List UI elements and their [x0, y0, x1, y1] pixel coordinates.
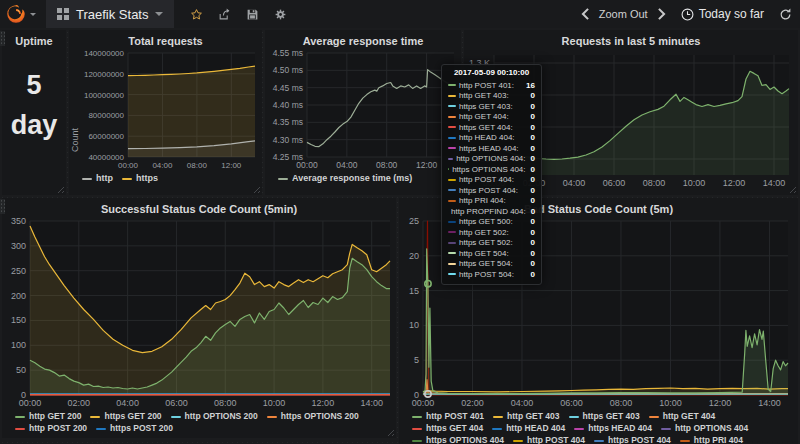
- svg-text:04:00: 04:00: [116, 398, 139, 408]
- series-color-dash: [448, 231, 456, 233]
- legend-item[interactable]: http OPTIONS 200: [171, 411, 258, 422]
- panel-title[interactable]: Requests in last 5 minutes: [464, 30, 798, 49]
- tooltip-row: http PROPFIND 404:0: [448, 206, 535, 217]
- tooltip-series-label: http GET 404:: [459, 112, 526, 121]
- panel-title[interactable]: Average response time: [265, 30, 461, 49]
- series-color-dash: [267, 416, 277, 418]
- legend-item[interactable]: https OPTIONS 404: [412, 435, 504, 444]
- legend-item[interactable]: https GET 200: [90, 411, 161, 422]
- legend-item[interactable]: http POST 401: [412, 411, 484, 422]
- tooltip-row: https POST 404:0: [448, 185, 535, 196]
- svg-text:04:00: 04:00: [563, 178, 586, 188]
- grafana-main-menu[interactable]: [6, 4, 36, 24]
- settings-button[interactable]: [274, 8, 287, 21]
- panel-average-response-time: Average response time 4.25 ms4.30 ms4.35…: [265, 30, 461, 195]
- panel-title[interactable]: Total requests: [69, 30, 262, 49]
- legend-item[interactable]: http HEAD 404: [492, 423, 565, 434]
- legend-item[interactable]: http GET 403: [493, 411, 559, 422]
- tooltip-row: http GET 502:0: [448, 227, 535, 238]
- legend-item[interactable]: https GET 403: [569, 411, 640, 422]
- legend-item[interactable]: http GET 404: [649, 411, 715, 422]
- dashboard-title: Traefik Stats: [76, 7, 148, 22]
- time-range-picker[interactable]: Today so far: [681, 7, 764, 21]
- tooltip-row: http HEAD 404:0: [448, 133, 535, 144]
- legend-item[interactable]: http GET 200: [15, 411, 81, 422]
- legend-item[interactable]: https OPTIONS 200: [267, 411, 359, 422]
- svg-text:15: 15: [409, 286, 419, 296]
- series-color-dash: [448, 95, 456, 97]
- tooltip-series-label: http PRI 404:: [459, 196, 526, 205]
- legend-label: http OPTIONS 404: [675, 423, 748, 434]
- share-button[interactable]: [218, 8, 231, 21]
- tooltip-series-value: 0: [531, 228, 535, 237]
- legend-item[interactable]: https HEAD 404: [574, 423, 652, 434]
- star-button[interactable]: [190, 8, 203, 21]
- tooltip-series-label: http PROPFIND 404:: [451, 207, 526, 216]
- tooltip-series-label: http GET 403:: [459, 91, 526, 100]
- tooltip-series-value: 0: [531, 91, 535, 100]
- time-back-button[interactable]: [581, 8, 590, 20]
- legend-item[interactable]: https: [122, 173, 158, 184]
- tooltip-row: http POST 404:0: [448, 175, 535, 186]
- total-requests-chart[interactable]: 4000000060000000800000001000000001200000…: [71, 49, 261, 171]
- series-color-dash: [569, 416, 579, 418]
- series-color-dash: [493, 416, 503, 418]
- row-drag-handle[interactable]: [0, 31, 5, 46]
- legend-item[interactable]: http PRI 404: [680, 435, 743, 444]
- legend-item[interactable]: https GET 404: [412, 423, 483, 434]
- tooltip-row: https GET 404:0: [448, 122, 535, 133]
- save-button[interactable]: [246, 8, 259, 21]
- tooltip-series-label: https POST 404:: [459, 186, 526, 195]
- legend-label: Average response time (ms): [292, 173, 412, 184]
- series-color-dash: [448, 168, 449, 170]
- tooltip-series-value: 0: [531, 196, 535, 205]
- uptime-value: 5 day: [2, 49, 66, 161]
- svg-text:4.40 ms: 4.40 ms: [273, 100, 303, 110]
- series-color-dash: [448, 273, 456, 275]
- svg-text:04:00: 04:00: [511, 398, 534, 408]
- tooltip-series-value: 0: [531, 217, 535, 226]
- svg-text:08:00: 08:00: [187, 161, 208, 170]
- series-color-dash: [171, 416, 181, 418]
- refresh-button[interactable]: [779, 8, 792, 21]
- tooltip-series-value: 0: [531, 175, 535, 184]
- successful-status-codes-chart[interactable]: 05010015020025030035000:0002:0004:0006:0…: [4, 217, 396, 409]
- series-color-dash: [448, 189, 456, 191]
- legend-item[interactable]: https POST 200: [96, 423, 173, 434]
- svg-text:150: 150: [11, 315, 26, 325]
- row-drag-handle[interactable]: [0, 199, 5, 214]
- zoom-out-button[interactable]: Zoom Out: [599, 8, 648, 20]
- chart-legend: http GET 200https GET 200http OPTIONS 20…: [2, 409, 396, 434]
- tooltip-series-label: https GET 500:: [459, 217, 526, 226]
- legend-label: https GET 403: [583, 411, 640, 422]
- svg-text:14:00: 14:00: [360, 398, 383, 408]
- legend-item[interactable]: http: [82, 173, 113, 184]
- legend-label: http PRI 404: [694, 435, 743, 444]
- panel-title[interactable]: Successful Status Code Count (5min): [2, 198, 396, 217]
- tooltip-series-label: http GET 504:: [459, 249, 526, 258]
- series-color-dash: [448, 137, 456, 139]
- panel-resize-handle[interactable]: [57, 186, 64, 193]
- svg-text:12:00: 12:00: [312, 398, 335, 408]
- dashboard-row-top: Uptime 5 day Total requests Count 400000…: [2, 30, 798, 195]
- average-response-time-chart[interactable]: 4.25 ms4.30 ms4.35 ms4.40 ms4.45 ms4.50 …: [267, 49, 461, 171]
- tooltip-row: http POST 401:16: [448, 80, 535, 91]
- series-color-dash: [96, 428, 106, 430]
- svg-text:80000000: 80000000: [88, 111, 124, 120]
- gear-icon: [274, 8, 287, 21]
- chevron-down-icon: [155, 12, 163, 16]
- panel-title[interactable]: Uptime: [2, 30, 66, 49]
- legend-item[interactable]: http POST 404: [513, 435, 585, 444]
- legend-item[interactable]: https POST 404: [594, 435, 671, 444]
- tooltip-series-value: 0: [531, 154, 535, 163]
- svg-text:04:00: 04:00: [336, 160, 358, 170]
- panel-resize-handle[interactable]: [253, 186, 260, 193]
- svg-text:10: 10: [409, 320, 419, 330]
- tooltip-series-label: https GET 502:: [459, 238, 526, 247]
- legend-item[interactable]: http OPTIONS 404: [661, 423, 748, 434]
- tooltip-row: https GET 504:0: [448, 259, 535, 270]
- dashboard-picker[interactable]: Traefik Stats: [46, 0, 174, 28]
- time-forward-button[interactable]: [657, 8, 666, 20]
- legend-item[interactable]: Average response time (ms): [278, 173, 412, 184]
- legend-item[interactable]: http POST 200: [15, 423, 87, 434]
